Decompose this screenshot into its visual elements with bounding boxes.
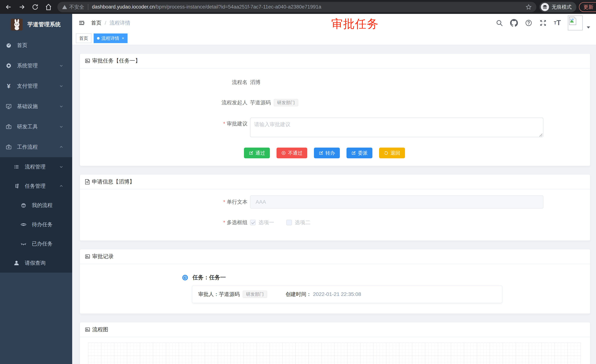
github-icon[interactable] [510,19,518,27]
sidebar-item-devtools[interactable]: 研发工具 [0,116,72,137]
active-dot-icon [97,37,100,40]
assignee-name: 芋道源码 [219,291,240,298]
delegate-button[interactable]: 委派 [346,148,372,158]
process-name-row: 流程名 滔博 [80,77,590,88]
sidebar-item-system[interactable]: 系统管理 [0,56,72,76]
chevron-up-icon [59,145,63,149]
single-text-label: 单行文本 [227,199,247,205]
sidebar-item-workflow[interactable]: 工作流程 [0,137,72,157]
back-icon[interactable] [4,3,13,11]
sidebar-logo-row[interactable]: 芋道管理系统 [0,14,72,35]
breadcrumb-home[interactable]: 首页 [91,19,101,26]
tree-icon [13,183,20,189]
card-title: 审批任务【任务一】 [92,57,141,65]
initiator-name: 芋道源码 [250,99,271,106]
card-title: 申请信息【滔博】 [92,178,135,186]
security-label: 不安全 [69,4,84,10]
sidebar-toggle-icon[interactable] [78,19,85,26]
edit-icon [319,151,323,155]
sidebar: 芋道管理系统 首页 系统管理 ¥ [0,14,72,364]
search-icon[interactable] [496,19,503,27]
sidebar-item-label: 工作流程 [17,144,38,151]
reject-button[interactable]: 不通过 [276,148,307,158]
url-host: dashboard.yudao.iocoder.cn [92,4,155,10]
sidebar-item-infra[interactable]: 基础设施 [0,96,72,116]
chevron-down-icon [59,165,63,169]
home-icon[interactable] [45,3,52,11]
user-face-icon [20,202,27,208]
chevron-down-icon [59,104,63,108]
update-label: 更新 [583,4,593,10]
tab-process-detail[interactable]: 流程详情 × [94,34,127,43]
checkbox-option-2[interactable]: 选项二 [286,219,310,226]
suggestion-label: 审批建议 [227,121,247,126]
picture-icon [85,58,90,64]
approve-button[interactable]: 通过 [244,148,270,158]
chevron-down-icon [59,64,63,68]
help-icon[interactable] [525,19,532,27]
checkbox-checked-icon [250,220,256,225]
monitor-icon [6,103,12,109]
bookmark-star-icon[interactable] [525,4,532,10]
suggestion-row: *审批建议 [80,118,590,138]
address-bar[interactable]: 不安全 dashboard.yudao.iocoder.cn/bpm/proce… [57,2,536,12]
bpmn-canvas-grid[interactable] [88,343,581,364]
font-size-icon[interactable]: TT [554,19,561,27]
checkbox-option-1[interactable]: 选项一 [250,219,274,226]
incognito-label: 无痕模式 [551,4,572,10]
approval-record-card: 审批记录 任务：任务一 审批人： 芋道源码 研发部门 [80,249,590,314]
sidebar-item-label: 研发工具 [17,123,38,130]
record-timeline: 任务：任务一 [182,274,590,281]
briefcase-icon [6,124,12,130]
logo-avatar [11,19,22,30]
sidebar-item-leave-query[interactable]: 请假查询 [0,253,72,273]
sidebar-item-task-mgmt[interactable]: 任务管理 [0,176,72,196]
sidebar-item-label: 我的流程 [32,202,52,209]
breadcrumb-separator: / [105,20,106,26]
textarea-resize-handle[interactable] [539,134,542,137]
breadcrumb-current: 流程详情 [110,19,130,26]
fullscreen-icon[interactable] [539,19,547,27]
card-header: 申请信息【滔博】 [80,175,590,189]
sidebar-item-label: 基础设施 [17,103,38,110]
transfer-button[interactable]: 转办 [314,148,340,158]
sidebar-item-todo-tasks[interactable]: 待办任务 [0,215,72,234]
forward-icon[interactable] [18,3,26,11]
created-label: 创建时间： [286,291,312,298]
sidebar-item-payment[interactable]: ¥ 支付管理 [0,76,72,96]
sidebar-item-home[interactable]: 首页 [0,35,72,56]
required-asterisk: * [223,219,225,225]
sidebar-menu: 首页 系统管理 ¥ 支付管理 [0,35,72,273]
record-detail-box: 审批人： 芋道源码 研发部门 创建时间： 2022-01-21 22:35:08 [192,285,502,303]
card-header: 审批任务【任务一】 [80,54,590,68]
approval-actions: 通过 不通过 转办 委 [244,148,590,158]
assignee-dept-tag: 研发部门 [243,291,267,298]
update-button[interactable]: 更新 [579,2,596,12]
card-title: 流程图 [92,326,108,333]
page-content: 审批任务【任务一】 流程名 滔博 流程发起人 芋道源码 研发部门 [72,45,596,364]
checkbox-unchecked-icon [286,220,292,225]
tab-home[interactable]: 首页 [76,34,91,43]
suggestion-textarea[interactable] [250,118,544,137]
url-path: /bpm/process-instance/detail?id=54aa251f… [155,4,321,10]
checkbox-group-row: *多选框组 选项一 选项二 [80,217,590,228]
process-name-value: 滔博 [250,79,261,86]
user-avatar[interactable] [568,15,590,30]
edit-icon [351,151,356,155]
tab-close-icon[interactable]: × [122,36,124,41]
sidebar-item-label: 流程管理 [25,163,45,170]
sidebar-item-process-mgmt[interactable]: 流程管理 [0,157,72,176]
refresh-left-icon [384,151,388,155]
return-button[interactable]: 退回 [379,148,405,158]
sidebar-item-label: 系统管理 [17,62,38,69]
reload-icon[interactable] [31,3,39,11]
tab-label: 首页 [79,35,88,41]
user-solid-icon [13,260,20,266]
eye-closed-icon [20,240,27,247]
single-text-input[interactable] [250,195,544,209]
sidebar-item-my-process[interactable]: 我的流程 [0,196,72,215]
application-info-card: 申请信息【滔博】 *单行文本 *多选框组 选项一 [80,174,590,241]
picture-icon [85,327,90,332]
sidebar-item-done-tasks[interactable]: 已办任务 [0,234,72,253]
sidebar-item-label: 任务管理 [25,182,45,189]
